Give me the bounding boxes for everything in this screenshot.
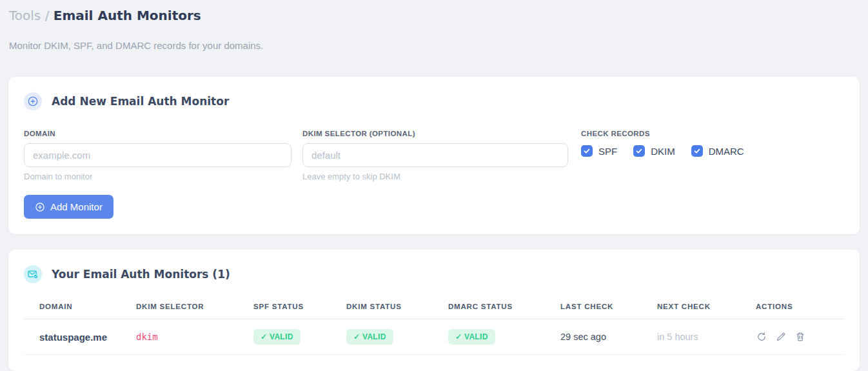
monitor-next-check: in 5 hours — [657, 319, 756, 355]
dkim-selector-field-hint: Leave empty to skip DKIM — [302, 172, 568, 181]
dkim-checkbox-label: DKIM — [651, 146, 675, 157]
table-header-row: DOMAIN DKIM SELECTOR SPF STATUS DKIM STA… — [24, 295, 844, 319]
dkim-selector-input[interactable] — [302, 143, 568, 167]
column-header-actions: ACTIONS — [756, 295, 844, 319]
monitors-table: DOMAIN DKIM SELECTOR SPF STATUS DKIM STA… — [24, 295, 844, 355]
dkim-checkbox-option[interactable]: DKIM — [633, 145, 675, 157]
column-header-last-check: LAST CHECK — [560, 295, 657, 319]
column-header-domain: DOMAIN — [24, 295, 136, 319]
plus-circle-icon — [35, 202, 45, 212]
spf-checkbox[interactable] — [581, 145, 593, 157]
dkim-selector-field-group: DKIM SELECTOR (OPTIONAL) Leave empty to … — [302, 130, 568, 181]
add-monitor-button-label: Add Monitor — [50, 201, 103, 212]
actions-group — [756, 332, 839, 343]
check-icon — [635, 147, 643, 155]
breadcrumb: Tools / Email Auth Monitors — [9, 8, 859, 23]
domain-input[interactable] — [24, 143, 291, 167]
add-monitor-card-title: Add New Email Auth Monitor — [52, 95, 229, 108]
spf-status-badge: ✓ VALID — [253, 329, 301, 345]
pencil-icon — [776, 332, 786, 342]
monitors-card: Your Email Auth Monitors (1) DOMAIN DKIM… — [8, 250, 860, 371]
monitor-domain: statuspage.me — [24, 319, 136, 355]
dmarc-checkbox-option[interactable]: DMARC — [691, 145, 744, 157]
dmarc-status-badge: ✓ VALID — [448, 329, 495, 345]
monitor-actions-cell — [756, 319, 844, 355]
domain-field-group: DOMAIN Domain to monitor — [24, 130, 291, 181]
breadcrumb-tools-link[interactable]: Tools — [9, 8, 41, 23]
table-row: statuspage.me dkim ✓ VALID ✓ VALID ✓ VAL… — [24, 319, 844, 355]
dkim-checkbox[interactable] — [633, 145, 645, 157]
column-header-next-check: NEXT CHECK — [657, 295, 756, 319]
check-icon — [693, 147, 701, 155]
breadcrumb-separator: / — [45, 8, 54, 23]
plus-circle-icon — [24, 92, 42, 110]
monitor-dkim-selector: dkim — [136, 319, 253, 355]
spf-checkbox-option[interactable]: SPF — [581, 145, 617, 157]
column-header-dmarc-status: DMARC STATUS — [448, 295, 560, 319]
check-icon — [583, 147, 591, 155]
monitor-dmarc-status-cell: ✓ VALID — [448, 319, 560, 355]
page-subtitle: Monitor DKIM, SPF, and DMARC records for… — [9, 40, 859, 51]
add-monitor-card-header: Add New Email Auth Monitor — [24, 92, 844, 110]
dkim-status-badge: ✓ VALID — [346, 329, 393, 345]
column-header-dkim-selector: DKIM SELECTOR — [136, 295, 253, 319]
refresh-button[interactable] — [756, 332, 767, 343]
monitor-dkim-status-cell: ✓ VALID — [346, 319, 448, 355]
monitors-card-title: Your Email Auth Monitors (1) — [52, 268, 230, 281]
check-records-options: SPF DKIM DMARC — [581, 145, 744, 157]
monitor-spf-status-cell: ✓ VALID — [253, 319, 346, 355]
check-records-group: CHECK RECORDS SPF DK — [581, 130, 744, 157]
edit-button[interactable] — [775, 332, 786, 343]
dmarc-checkbox[interactable] — [691, 145, 703, 157]
add-monitor-card: Add New Email Auth Monitor DOMAIN Domain… — [8, 77, 860, 234]
dkim-selector-field-label: DKIM SELECTOR (OPTIONAL) — [302, 130, 568, 137]
add-monitor-form: DOMAIN Domain to monitor DKIM SELECTOR (… — [24, 130, 844, 181]
monitor-last-check: 29 sec ago — [560, 319, 657, 355]
monitors-card-header: Your Email Auth Monitors (1) — [24, 265, 844, 283]
trash-icon — [795, 332, 805, 342]
add-monitor-button[interactable]: Add Monitor — [24, 195, 113, 219]
page-title: Email Auth Monitors — [54, 8, 201, 23]
spf-checkbox-label: SPF — [598, 146, 617, 157]
delete-button[interactable] — [794, 332, 805, 343]
column-header-spf-status: SPF STATUS — [253, 295, 346, 319]
domain-field-label: DOMAIN — [24, 130, 291, 137]
column-header-dkim-status: DKIM STATUS — [346, 295, 448, 319]
check-records-label: CHECK RECORDS — [581, 130, 744, 137]
refresh-icon — [756, 332, 767, 342]
dmarc-checkbox-label: DMARC — [709, 146, 744, 157]
domain-field-hint: Domain to monitor — [24, 172, 291, 181]
page-header: Tools / Email Auth Monitors Monitor DKIM… — [0, 0, 868, 51]
email-check-icon — [24, 265, 42, 283]
